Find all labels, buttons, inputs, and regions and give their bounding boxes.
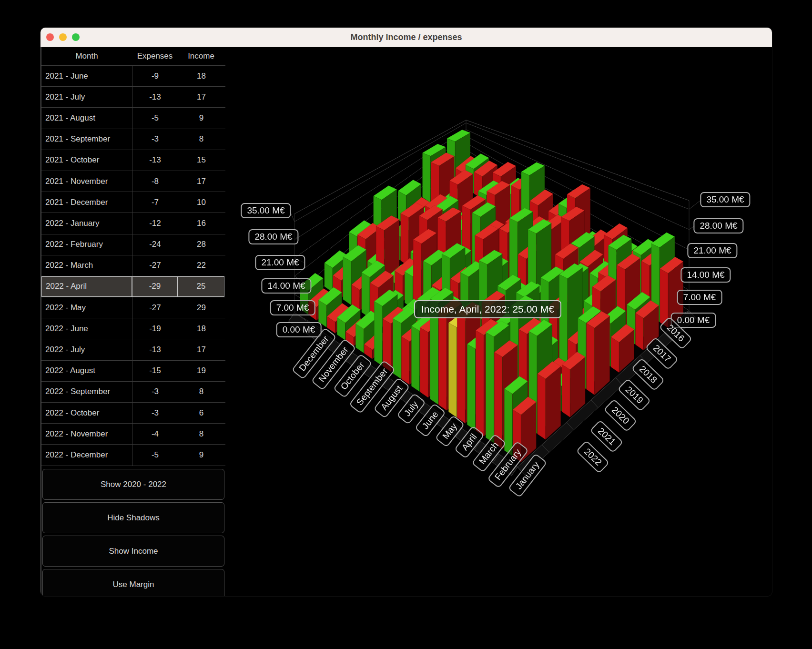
table-cell[interactable]: 17	[178, 339, 224, 360]
action-button-use-margin[interactable]: Use Margin	[42, 569, 224, 597]
selection-tooltip: Income, April, 2022: 25.00 M€	[414, 300, 561, 318]
table-body: 2021 - June-9182021 - July-13172021 - Au…	[41, 65, 225, 466]
table-row[interactable]: 2022 - October-36	[41, 403, 225, 424]
table-row[interactable]: 2022 - September-38	[41, 382, 225, 403]
table-row[interactable]: 2021 - October-1315	[41, 150, 225, 171]
table-row[interactable]: 2022 - December-59	[41, 445, 225, 466]
table-cell[interactable]: -19	[132, 318, 178, 339]
value-axis-label-right: 35.00 M€	[700, 192, 750, 207]
value-axis-label-left: 21.00 M€	[255, 255, 305, 270]
table-cell[interactable]: -4	[132, 424, 178, 444]
action-button-hide-shadows[interactable]: Hide Shadows	[42, 502, 224, 533]
table-cell[interactable]: -5	[132, 445, 178, 465]
table-cell[interactable]: 2022 - July	[41, 339, 132, 360]
table-cell[interactable]: 2022 - October	[41, 403, 132, 423]
value-axis-label-left: 14.00 M€	[261, 278, 311, 294]
action-button-show-2020-2022[interactable]: Show 2020 - 2022	[42, 469, 224, 500]
table-header: MonthExpensesIncome	[41, 47, 225, 65]
data-panel: MonthExpensesIncome 2021 - June-9182021 …	[41, 47, 225, 597]
table-row[interactable]: 2021 - September-38	[41, 129, 225, 150]
value-axis-label-right: 28.00 M€	[693, 218, 743, 233]
value-axis-label-left: 0.00 M€	[276, 322, 322, 337]
table-cell[interactable]: -13	[132, 339, 178, 360]
table-cell[interactable]: 2021 - September	[41, 129, 132, 150]
value-axis-label-left: 7.00 M€	[270, 300, 315, 315]
column-header-month: Month	[41, 51, 132, 61]
table-row[interactable]: 2022 - May-2729	[41, 297, 225, 318]
table-cell[interactable]: 19	[178, 361, 224, 381]
table-cell[interactable]: 2021 - July	[41, 87, 132, 107]
table-cell[interactable]: 2022 - August	[41, 361, 132, 381]
table-cell[interactable]: 22	[178, 255, 224, 276]
table-cell[interactable]: 18	[178, 318, 224, 339]
table-cell[interactable]: 2022 - March	[41, 255, 132, 276]
table-row[interactable]: 2022 - February-2428	[41, 234, 225, 255]
table-cell[interactable]: 16	[178, 213, 224, 233]
table-cell[interactable]: 2021 - December	[41, 192, 132, 213]
table-cell[interactable]: 28	[178, 234, 224, 255]
window-title: Monthly income / expenses	[41, 28, 772, 47]
value-axis-label-right: 7.00 M€	[677, 290, 722, 305]
table-cell[interactable]: -27	[132, 255, 178, 276]
column-header-expenses: Expenses	[132, 51, 178, 61]
button-column: Show 2020 - 2022Hide ShadowsShow IncomeU…	[42, 466, 224, 597]
table-cell[interactable]: 2022 - November	[41, 424, 132, 444]
table-cell[interactable]: 2021 - October	[41, 150, 132, 171]
table-cell[interactable]: 17	[178, 171, 224, 192]
table-cell[interactable]: 2022 - February	[41, 234, 132, 255]
table-row[interactable]: 2022 - January-1216	[41, 213, 225, 234]
table-cell[interactable]: 2021 - August	[41, 108, 132, 128]
table-cell[interactable]: -8	[132, 171, 178, 192]
action-button-show-income[interactable]: Show Income	[42, 536, 224, 567]
table-row[interactable]: 2022 - March-2722	[41, 255, 225, 276]
table-row[interactable]: 2022 - August-1519	[41, 361, 225, 382]
table-cell[interactable]: -12	[132, 213, 178, 233]
table-cell[interactable]: 2021 - November	[41, 171, 132, 192]
table-cell[interactable]: 10	[178, 192, 224, 213]
table-cell[interactable]: -27	[132, 297, 178, 318]
table-cell[interactable]: -13	[132, 87, 178, 107]
table-row[interactable]: 2021 - August-59	[41, 108, 225, 129]
table-cell[interactable]: 2022 - May	[41, 297, 132, 318]
table-row[interactable]: 2021 - July-1317	[41, 87, 225, 108]
table-cell[interactable]: 8	[178, 382, 224, 402]
table-cell[interactable]: 2022 - September	[41, 382, 132, 402]
table-cell[interactable]: 17	[178, 87, 224, 107]
table-row[interactable]: 2022 - April-2925	[41, 276, 225, 297]
table-cell[interactable]: -7	[132, 192, 178, 213]
table-cell[interactable]: -13	[132, 150, 178, 171]
table-cell[interactable]: 8	[178, 424, 224, 444]
table-row[interactable]: 2022 - November-48	[41, 424, 225, 445]
value-axis-label-left: 35.00 M€	[241, 203, 291, 218]
table-row[interactable]: 2022 - June-1918	[41, 318, 225, 339]
app-window: Monthly income / expenses MonthExpensesI…	[40, 27, 772, 597]
table-cell[interactable]: 18	[178, 66, 224, 86]
table-cell[interactable]: -24	[132, 234, 178, 255]
table-cell[interactable]: 15	[178, 150, 224, 171]
table-cell[interactable]: -9	[132, 66, 178, 86]
table-cell[interactable]: -3	[132, 403, 178, 423]
table-row[interactable]: 2021 - June-918	[41, 66, 225, 87]
table-cell[interactable]: 9	[178, 445, 224, 465]
value-axis-label-left: 28.00 M€	[248, 229, 298, 244]
table-cell[interactable]: -3	[132, 129, 178, 150]
table-cell[interactable]: -5	[132, 108, 178, 128]
table-cell[interactable]: 2021 - June	[41, 66, 132, 86]
table-row[interactable]: 2021 - December-710	[41, 192, 225, 213]
table-cell[interactable]: -3	[132, 382, 178, 402]
table-cell[interactable]: 29	[178, 297, 224, 318]
table-cell[interactable]: 2022 - April	[41, 276, 132, 297]
table-row[interactable]: 2022 - July-1317	[41, 339, 225, 360]
table-cell[interactable]: 25	[178, 276, 224, 297]
table-cell[interactable]: 2022 - June	[41, 318, 132, 339]
table-row[interactable]: 2021 - November-817	[41, 171, 225, 192]
value-axis-label-right: 21.00 M€	[687, 243, 737, 258]
table-cell[interactable]: -29	[132, 276, 178, 297]
table-cell[interactable]: 2022 - January	[41, 213, 132, 233]
table-cell[interactable]: 6	[178, 403, 224, 423]
table-cell[interactable]: -15	[132, 361, 178, 381]
title-bar: Monthly income / expenses	[41, 28, 772, 47]
table-cell[interactable]: 9	[178, 108, 224, 128]
table-cell[interactable]: 8	[178, 129, 224, 150]
table-cell[interactable]: 2022 - December	[41, 445, 132, 465]
